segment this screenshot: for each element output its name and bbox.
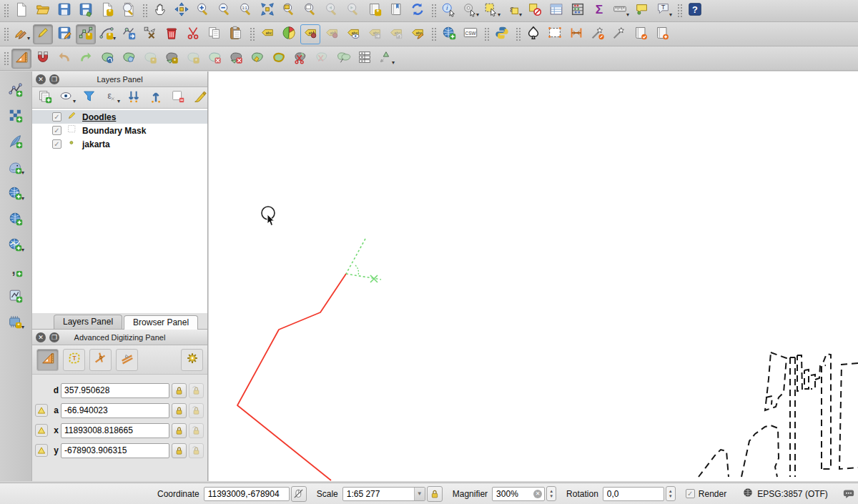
float-panel-icon[interactable]: ❐ bbox=[49, 332, 59, 342]
split-parts-button[interactable] bbox=[312, 49, 332, 69]
manage-layer-visibility-button[interactable]: ▾ bbox=[58, 89, 77, 107]
messages-icon[interactable] bbox=[841, 486, 857, 502]
collapse-all-button[interactable] bbox=[147, 89, 165, 107]
identify-features-button[interactable]: i bbox=[439, 1, 459, 21]
layer-diagram-button[interactable] bbox=[279, 24, 299, 44]
text-annotation-button[interactable]: T▾ bbox=[654, 1, 674, 21]
delta-toggle-icon[interactable] bbox=[35, 444, 48, 457]
reshape-features-button[interactable] bbox=[247, 49, 267, 69]
perpendicular-constraint-button[interactable] bbox=[89, 349, 112, 371]
scale-input[interactable] bbox=[342, 487, 425, 501]
save-layer-edits-button[interactable] bbox=[54, 24, 74, 44]
toggle-extents-mouse-icon[interactable] bbox=[291, 486, 307, 502]
construction-mode-button[interactable]: T bbox=[63, 349, 85, 371]
paste-features-button[interactable] bbox=[226, 24, 246, 44]
tab-layers-panel[interactable]: Layers Panel bbox=[54, 315, 122, 329]
pan-map-button[interactable] bbox=[150, 1, 170, 21]
delete-selected-button[interactable] bbox=[162, 24, 182, 44]
layer-checkbox[interactable]: ✓ bbox=[52, 126, 61, 135]
tab-browser-panel[interactable]: Browser Panel bbox=[124, 315, 198, 330]
render-checkbox[interactable]: ✓ bbox=[686, 489, 695, 498]
clear-magnifier-icon[interactable]: ✕ bbox=[533, 490, 542, 498]
styling-dock-button[interactable] bbox=[191, 89, 209, 107]
statistical-summary-button[interactable] bbox=[568, 1, 588, 21]
add-delimited-text-layer-button[interactable]: , bbox=[6, 262, 26, 282]
highlight-pinned-labels-button[interactable]: abc bbox=[322, 24, 342, 44]
zoom-full-button[interactable] bbox=[257, 1, 277, 21]
add-circular-string-button[interactable]: *▾ bbox=[97, 24, 117, 44]
zoom-out-button[interactable] bbox=[214, 1, 235, 21]
map-canvas[interactable] bbox=[209, 71, 858, 481]
rotate-point-symbols-button[interactable]: ▾ bbox=[376, 49, 396, 69]
snapping-options-button[interactable] bbox=[33, 49, 53, 69]
layer-labeling-button[interactable]: abc bbox=[257, 24, 277, 44]
new-bookmark-button[interactable]: * bbox=[365, 1, 385, 21]
move-feature-button[interactable] bbox=[119, 24, 139, 44]
change-label-button[interactable]: abc bbox=[408, 24, 428, 44]
lock-icon[interactable] bbox=[172, 403, 187, 418]
style-manager-check-button[interactable] bbox=[631, 24, 651, 44]
add-raster-layer-button[interactable] bbox=[6, 107, 26, 127]
magnifier-stepper[interactable]: ▲▼ bbox=[546, 486, 556, 501]
layer-row-boundary-mask[interactable]: ✓Boundary Mask bbox=[32, 124, 207, 137]
filter-by-expression-button[interactable]: ε▾ bbox=[102, 89, 121, 107]
lock-icon[interactable] bbox=[172, 383, 187, 398]
rotate-label-button[interactable]: abc bbox=[386, 24, 406, 44]
delete-ring-button[interactable] bbox=[204, 49, 225, 69]
advanced-digitizing-toggle-button[interactable] bbox=[11, 49, 31, 69]
expand-all-button[interactable] bbox=[124, 89, 143, 107]
refresh-map-button[interactable] bbox=[408, 1, 428, 21]
deselect-all-button[interactable] bbox=[525, 1, 545, 21]
profile-tool-button[interactable] bbox=[566, 24, 586, 44]
save-project-as-button[interactable] bbox=[76, 1, 96, 21]
composer-manager-button[interactable] bbox=[119, 1, 139, 21]
zoom-to-layer-button[interactable] bbox=[300, 1, 320, 21]
float-panel-icon[interactable]: ❐ bbox=[49, 74, 59, 84]
add-postgis-layer-button[interactable]: ▾ bbox=[6, 159, 26, 179]
copy-features-button[interactable] bbox=[204, 24, 225, 44]
offset-curve-button[interactable] bbox=[269, 49, 289, 69]
lock-repeat-icon[interactable] bbox=[189, 443, 204, 458]
help-button[interactable]: ? bbox=[685, 1, 705, 21]
undo-button[interactable] bbox=[54, 49, 74, 69]
show-bookmarks-button[interactable] bbox=[386, 1, 406, 21]
magic-wand-edit-button[interactable] bbox=[588, 24, 608, 44]
delta-toggle-icon[interactable] bbox=[35, 404, 48, 417]
coordinate-input[interactable] bbox=[204, 487, 290, 501]
select-by-expression-button[interactable]: ε▾ bbox=[503, 1, 523, 21]
new-shapefile-layer-button[interactable] bbox=[6, 287, 26, 307]
open-attribute-table-button[interactable] bbox=[546, 1, 566, 21]
layer-row-jakarta[interactable]: ✓jakarta bbox=[32, 137, 207, 151]
add-wms-layer-button[interactable] bbox=[6, 210, 26, 230]
add-spatialite-layer-button[interactable] bbox=[6, 133, 26, 153]
rectangle-tool-button[interactable] bbox=[545, 24, 565, 44]
rotation-stepper[interactable]: ▲▼ bbox=[666, 486, 676, 501]
parallel-constraint-button[interactable] bbox=[116, 349, 138, 371]
layer-checkbox[interactable]: ✓ bbox=[52, 139, 61, 149]
new-project-button[interactable] bbox=[11, 1, 31, 21]
save-project-button[interactable] bbox=[54, 1, 74, 21]
pan-to-selection-button[interactable] bbox=[172, 1, 192, 21]
add-wfs-layer-button[interactable]: ▾ bbox=[6, 236, 26, 256]
add-part-button[interactable]: * bbox=[162, 49, 182, 69]
fill-ring-button[interactable]: * bbox=[183, 49, 203, 69]
zoom-to-selection-button[interactable] bbox=[279, 1, 299, 21]
map-tips-button[interactable] bbox=[632, 1, 652, 21]
move-label-button[interactable]: abc bbox=[365, 24, 385, 44]
field-calculator-button[interactable]: Σ bbox=[589, 1, 609, 21]
lock-repeat-icon[interactable] bbox=[189, 403, 204, 418]
run-feature-action-button[interactable]: ▾ bbox=[460, 1, 480, 21]
metasearch-button[interactable] bbox=[439, 24, 459, 44]
d-value-input[interactable] bbox=[61, 383, 169, 398]
select-features-button[interactable]: ▾ bbox=[482, 1, 502, 21]
merge-attributes-button[interactable] bbox=[355, 49, 375, 69]
add-ring-button[interactable]: * bbox=[140, 49, 160, 69]
add-feature-button[interactable]: * bbox=[76, 24, 96, 44]
rotation-input[interactable] bbox=[603, 487, 664, 501]
toggle-editing-button[interactable] bbox=[33, 24, 53, 44]
chevron-down-icon[interactable]: ▼ bbox=[414, 488, 425, 500]
split-features-button[interactable] bbox=[290, 49, 310, 69]
add-group-button[interactable] bbox=[36, 89, 54, 107]
zoom-next-button[interactable] bbox=[343, 1, 363, 21]
measure-button[interactable]: ▾ bbox=[611, 1, 631, 21]
